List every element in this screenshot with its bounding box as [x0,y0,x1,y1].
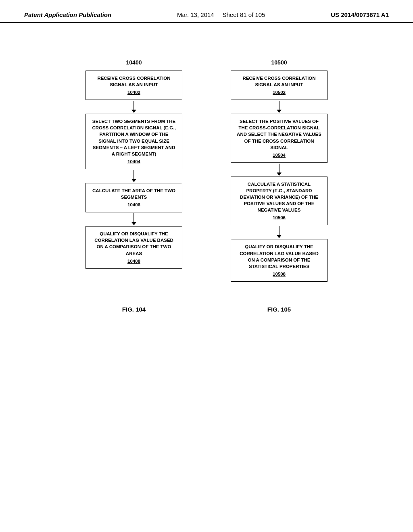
arrow-4 [277,101,282,113]
arrow-1 [131,101,136,113]
figure-labels: FIG. 104 FIG. 105 [0,298,413,321]
arrow-head [277,172,282,176]
arrow-line [133,101,134,110]
flowchart-104: 10400 RECEIVE CROSS CORRELATION SIGNAL A… [77,59,190,269]
flowchart-105: 10500 RECEIVE CROSS CORRELATION SIGNAL A… [223,59,336,282]
flow-box-10504: SELECT THE POSITIVE VALUES OF THE CROSS-… [231,114,327,163]
arrow-line [133,170,134,179]
arrow-6 [277,226,282,238]
flow-box-10408: QUALIFY OR DISQUALIFY THE CORRELATION LA… [86,226,182,268]
arrow-2 [131,170,136,182]
publication-label: Patent Application Publication [24,11,111,18]
patent-number: US 2014/0073871 A1 [331,11,389,18]
arrow-head [131,179,136,182]
page: Patent Application Publication Mar. 13, … [0,0,413,532]
arrow-line [279,101,280,110]
arrow-head [277,235,282,238]
arrow-line [279,164,280,172]
arrow-line [279,226,280,235]
arrow-head [131,110,136,113]
flowchart-104-title: 10400 [126,59,142,66]
flow-box-10508: QUALIFY OR DISQUALIFY THE CORRELATION LA… [231,239,327,281]
diagram-area: 10400 RECEIVE CROSS CORRELATION SIGNAL A… [0,27,413,298]
flow-box-10506: CALCULATE A STATISTICAL PROPERTY (E.G., … [231,177,327,226]
flow-box-10402: RECEIVE CROSS CORRELATION SIGNAL AS AN I… [86,71,182,100]
flow-box-10502: RECEIVE CROSS CORRELATION SIGNAL AS AN I… [231,71,327,100]
arrow-head [131,222,136,225]
publication-date: Mar. 13, 2014 Sheet 81 of 105 [177,11,265,18]
arrow-line [133,213,134,222]
arrow-3 [131,213,136,225]
page-header: Patent Application Publication Mar. 13, … [0,0,413,23]
arrow-5 [277,164,282,176]
fig-104-label: FIG. 104 [77,306,190,313]
fig-105-label: FIG. 105 [223,306,336,313]
arrow-head [277,110,282,113]
flow-box-10404: SELECT TWO SEGMENTS FROM THE CROSS CORRE… [86,114,182,169]
flowchart-105-title: 10500 [271,59,287,66]
flow-box-10406: CALCULATE THE AREA OF THE TWO SEGMENTS 1… [86,183,182,212]
